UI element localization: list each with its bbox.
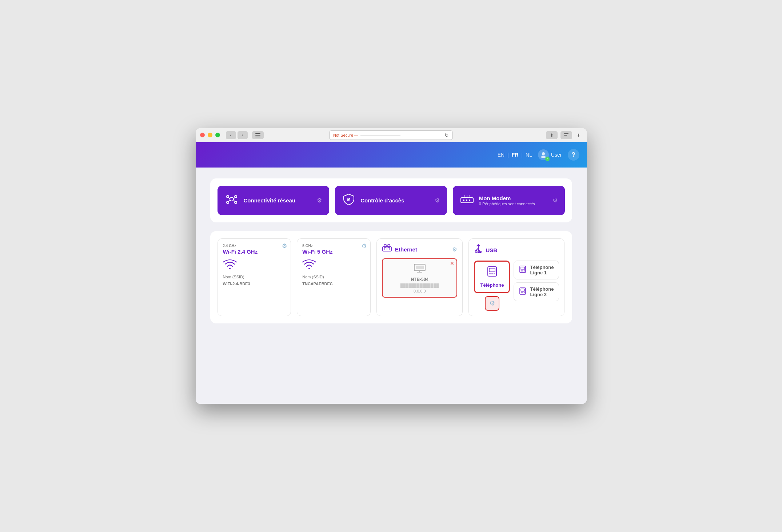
svg-rect-44 [489,268,495,272]
mac-window: ‹ › Not Secure — —————————— ↻ ⬆ + EN | F… [196,128,587,404]
svg-rect-4 [564,135,567,136]
telephone-line-1[interactable]: Téléphone Ligne 1 [514,261,559,279]
svg-point-40 [475,251,477,253]
modem-subtitle: 0 Périphériques sont connectés [479,202,547,206]
new-tab-button[interactable] [560,131,572,139]
add-tab-button[interactable]: + [575,131,582,139]
ethernet-device-close-icon[interactable]: ✕ [450,261,454,266]
minimize-window-button[interactable] [208,133,212,137]
modem-gear-icon[interactable]: ⚙ [552,197,558,204]
user-label: User [551,152,562,158]
svg-rect-36 [416,266,424,269]
toolbar-right: ⬆ + [546,131,582,139]
access-control-texts: Contrôle d'accès [360,197,430,204]
usb-telephone-card: USB [468,238,564,316]
svg-rect-55 [521,292,522,293]
wifi5-gear-icon[interactable]: ⚙ [362,242,367,249]
language-switcher: EN | FR | NL [498,152,532,158]
network-grid: ⚙ 2.4 GHz Wi-Fi 2.4 GHz Nom (SSID) WiFi-… [210,231,572,323]
ethernet-title-row: Ethernet ⚙ [382,244,457,255]
telephone-line-2-label: Téléphone Ligne 2 [530,286,554,297]
svg-rect-50 [521,270,522,271]
access-control-gear-icon[interactable]: ⚙ [435,197,440,204]
wifi5-card[interactable]: ⚙ 5 GHz Wi-Fi 5 GHz Nom (SSID) TNCAPAEBD… [297,238,371,316]
access-control-icon [342,193,355,208]
svg-point-26 [308,268,310,269]
ethernet-icon [382,244,392,255]
telephone-main-box[interactable]: Téléphone [474,261,510,293]
telephone-gear-button[interactable]: ⚙ [485,296,499,311]
svg-rect-0 [255,133,260,134]
user-section: ✓ User [538,149,562,160]
share-button[interactable]: ⬆ [546,131,558,139]
svg-rect-47 [494,273,495,274]
svg-rect-49 [521,267,524,270]
svg-line-15 [234,200,235,202]
connectivity-icon [225,192,239,209]
svg-point-21 [469,200,470,201]
svg-point-5 [542,152,545,155]
svg-rect-3 [564,133,568,134]
svg-rect-56 [522,292,523,293]
app-body: Connectivité réseau ⚙ Contrôle d'accès ⚙ [196,168,587,404]
connectivity-card[interactable]: Connectivité réseau ⚙ [218,186,330,215]
svg-rect-52 [524,270,525,271]
svg-point-20 [466,200,467,201]
svg-rect-51 [522,270,523,271]
url-text: —————————— [360,133,400,137]
ethernet-device-name: NTB-504 [411,277,428,282]
telephone-line-1-icon [519,266,526,275]
svg-rect-54 [521,289,524,291]
reload-button[interactable]: ↻ [444,132,449,138]
access-control-card[interactable]: Contrôle d'accès ⚙ [335,186,447,215]
svg-rect-1 [255,135,260,136]
ethernet-gear-icon[interactable]: ⚙ [452,246,457,253]
user-online-indicator: ✓ [545,157,550,161]
help-button[interactable]: ? [568,149,579,161]
sidebar-toggle-button[interactable] [252,131,264,139]
wifi5-freq-label: 5 GHz [302,244,365,248]
usb-title: USB [486,247,497,253]
telephone-line-2[interactable]: Téléphone Ligne 2 [514,282,559,301]
svg-point-42 [478,251,479,253]
traffic-lights [200,133,220,137]
wifi5-title: Wi-Fi 5 GHz [302,249,365,255]
ethernet-device-ip: 0.0.0.0 [414,289,426,293]
wifi24-icon [223,258,237,270]
usb-title-row: USB [474,244,559,256]
telephone-line-1-label: Téléphone Ligne 1 [530,265,554,275]
not-secure-label: Not Secure — [333,133,358,137]
telephone-body: Téléphone ⚙ [474,261,559,311]
modem-texts: Mon Modem 0 Périphériques sont connectés [479,195,547,206]
ethernet-device-mac: ██████████████ [400,283,439,287]
wifi24-title: Wi-Fi 2.4 GHz [223,249,286,255]
wifi24-gear-icon[interactable]: ⚙ [282,242,287,249]
svg-point-7 [230,197,234,201]
wifi5-icon [302,258,316,270]
svg-line-12 [228,197,230,199]
top-cards-section: Connectivité réseau ⚙ Contrôle d'accès ⚙ [210,178,572,222]
svg-rect-2 [255,137,260,137]
modem-title: Mon Modem [479,195,547,202]
ethernet-card: Ethernet ⚙ ✕ NTB-504 █████████████ [376,238,463,316]
svg-point-19 [463,200,464,201]
nav-buttons: ‹ › [226,131,248,139]
lang-fr[interactable]: FR [512,152,519,158]
back-button[interactable]: ‹ [226,131,236,139]
lang-nl[interactable]: NL [526,152,532,158]
lang-en[interactable]: EN [498,152,504,158]
modem-card[interactable]: Mon Modem 0 Périphériques sont connectés… [453,186,565,215]
svg-point-25 [229,268,231,269]
connectivity-gear-icon[interactable]: ⚙ [317,197,322,204]
forward-button[interactable]: › [238,131,248,139]
wifi24-card[interactable]: ⚙ 2.4 GHz Wi-Fi 2.4 GHz Nom (SSID) WiFi-… [218,238,291,316]
url-bar[interactable]: Not Secure — —————————— ↻ [329,130,453,140]
connectivity-texts: Connectivité réseau [244,197,312,204]
fullscreen-window-button[interactable] [215,133,220,137]
telephone-label: Téléphone [480,282,504,288]
ethernet-device-box[interactable]: ✕ NTB-504 ██████████████ 0.0.0.0 [382,258,457,298]
close-window-button[interactable] [200,133,205,137]
wifi5-info: Nom (SSID) TNCAPAEBDEC [302,274,365,287]
telephone-icon [487,266,498,279]
svg-rect-45 [489,273,491,274]
